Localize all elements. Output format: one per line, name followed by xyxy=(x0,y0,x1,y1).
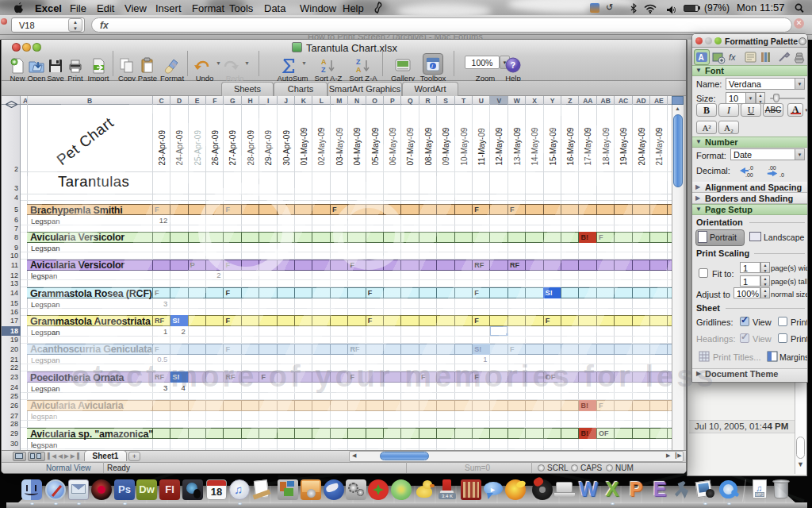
svg-text:fx: fx xyxy=(729,52,736,62)
svg-text:.0: .0 xyxy=(779,172,784,178)
svg-text:A: A xyxy=(321,58,327,66)
svg-text:?: ? xyxy=(511,60,516,70)
svg-text:Z: Z xyxy=(321,66,326,74)
svg-text:i: i xyxy=(431,63,433,70)
svg-text:.00: .00 xyxy=(745,172,753,178)
svg-text:.00: .00 xyxy=(768,165,776,171)
svg-text:A: A xyxy=(356,66,362,74)
svg-text:.0: .0 xyxy=(749,165,753,171)
svg-text:A: A xyxy=(699,53,704,62)
svg-text:Z: Z xyxy=(356,58,361,66)
